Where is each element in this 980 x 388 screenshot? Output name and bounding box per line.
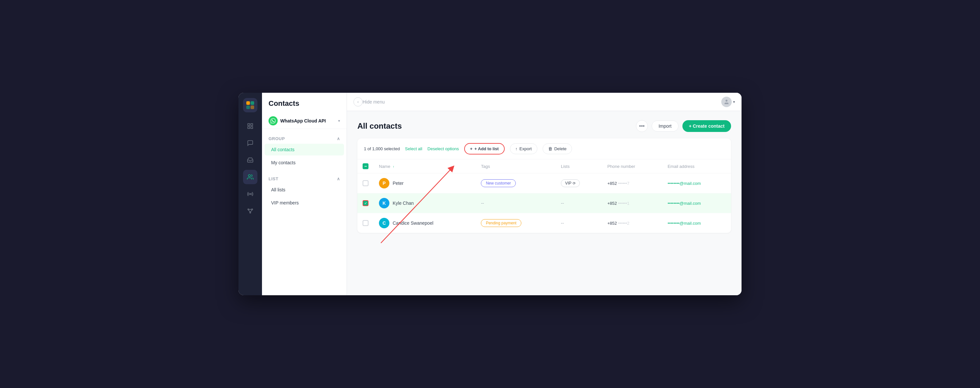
sync-icon: ⟳ bbox=[573, 181, 576, 186]
svg-rect-6 bbox=[248, 127, 250, 129]
table-row: C Candice Swanepoel Pending payment -- bbox=[357, 213, 731, 233]
col-name: Name ↑ bbox=[374, 159, 476, 173]
table-row: P Peter New customer VIP bbox=[357, 173, 731, 193]
svg-rect-2 bbox=[246, 105, 250, 109]
row-checkbox-kyle[interactable]: ✓ bbox=[363, 200, 369, 206]
sidebar-item-vip-members[interactable]: VIP members bbox=[265, 197, 344, 209]
contact-name-cell: C Candice Swanepoel bbox=[379, 218, 470, 228]
phone-suffix: ••••••2 bbox=[618, 221, 630, 226]
col-phone: Phone number bbox=[602, 159, 662, 173]
avatar: C bbox=[379, 218, 390, 228]
nav-broadcast-icon[interactable] bbox=[243, 187, 258, 201]
select-all-button[interactable]: Select all bbox=[405, 146, 422, 151]
svg-point-12 bbox=[250, 212, 251, 213]
export-button[interactable]: ↑ Export bbox=[510, 143, 538, 154]
plus-icon: + bbox=[470, 146, 473, 151]
upload-icon: ↑ bbox=[515, 146, 518, 151]
nav-contacts-icon[interactable] bbox=[243, 170, 258, 184]
col-tags: Tags bbox=[476, 159, 556, 173]
sidebar-title: Contacts bbox=[262, 99, 347, 113]
avatar: P bbox=[379, 178, 390, 188]
page-title: All contacts bbox=[357, 121, 402, 130]
main-area: ‹ Hide menu ▾ All contacts ••• bbox=[347, 93, 741, 295]
sidebar-item-all-contacts[interactable]: All contacts bbox=[265, 144, 344, 156]
topbar: ‹ Hide menu ▾ bbox=[347, 93, 741, 111]
email-address: ••••••••@mail.com bbox=[668, 221, 701, 226]
app-logo bbox=[243, 98, 258, 112]
email-address: ••••••••@mail.com bbox=[668, 181, 701, 186]
svg-point-11 bbox=[251, 209, 253, 210]
contact-name-cell: K Kyle Chan bbox=[379, 198, 470, 208]
svg-rect-5 bbox=[251, 124, 253, 126]
nav-dashboard-icon[interactable] bbox=[243, 119, 258, 133]
create-contact-button[interactable]: + Create contact bbox=[682, 120, 731, 132]
svg-line-14 bbox=[248, 210, 250, 212]
phone-suffix: ••••••7 bbox=[618, 181, 630, 186]
hide-menu-button[interactable]: ‹ bbox=[353, 97, 363, 107]
list-empty: -- bbox=[561, 200, 564, 206]
svg-rect-0 bbox=[246, 101, 250, 105]
svg-point-8 bbox=[248, 175, 251, 177]
hide-menu-label[interactable]: Hide menu bbox=[363, 99, 385, 105]
tag-badge[interactable]: New customer bbox=[481, 179, 516, 187]
nav-flows-icon[interactable] bbox=[243, 204, 258, 218]
icon-nav bbox=[239, 93, 262, 295]
table-wrapper: 1 of 1,000 selected Select all Deselect … bbox=[357, 138, 731, 233]
row-checkbox-peter[interactable] bbox=[363, 180, 369, 186]
more-options-button[interactable]: ••• bbox=[636, 120, 648, 132]
svg-rect-1 bbox=[251, 101, 254, 105]
whatsapp-label: WhatsApp Cloud API bbox=[280, 118, 336, 124]
sidebar: Contacts WhatsApp Cloud API ▾ Group ∧ Al… bbox=[262, 93, 347, 295]
contacts-table: − Name ↑ Tags Lists Phone number Email a… bbox=[357, 159, 731, 233]
table-row: ✓ K Kyle Chan -- bbox=[357, 193, 731, 213]
svg-rect-7 bbox=[251, 127, 253, 129]
list-empty: -- bbox=[561, 221, 564, 226]
deselect-options-button[interactable]: Deselect options bbox=[428, 146, 459, 151]
svg-rect-3 bbox=[251, 105, 254, 109]
contact-name[interactable]: Peter bbox=[393, 181, 403, 186]
col-lists: Lists bbox=[556, 159, 602, 173]
group-section-header: Group ∧ bbox=[262, 134, 347, 143]
whatsapp-chevron-icon: ▾ bbox=[338, 119, 340, 123]
col-email: Email address bbox=[662, 159, 731, 173]
tag-badge[interactable]: Pending payment bbox=[481, 219, 521, 227]
delete-button[interactable]: 🗑 Delete bbox=[542, 143, 572, 154]
contact-name[interactable]: Kyle Chan bbox=[393, 200, 414, 206]
add-to-list-button[interactable]: + + Add to list bbox=[464, 143, 505, 154]
svg-point-10 bbox=[248, 209, 249, 210]
list-section-header: List ∧ bbox=[262, 174, 347, 183]
contact-name-cell: P Peter bbox=[379, 178, 470, 188]
content-area: All contacts ••• Import + Create contact… bbox=[347, 111, 741, 295]
phone-number: +852 bbox=[607, 201, 617, 206]
svg-point-9 bbox=[250, 193, 251, 194]
email-address: ••••••••@mail.com bbox=[668, 201, 701, 206]
table-toolbar: 1 of 1,000 selected Select all Deselect … bbox=[357, 138, 731, 159]
phone-number: +852 bbox=[607, 181, 617, 186]
group-chevron-icon: ∧ bbox=[337, 136, 340, 141]
nav-messages-icon[interactable] bbox=[243, 136, 258, 150]
list-chevron-icon: ∧ bbox=[337, 177, 340, 181]
trash-icon: 🗑 bbox=[548, 146, 552, 151]
phone-number: +852 bbox=[607, 221, 617, 226]
select-all-checkbox[interactable]: − bbox=[363, 163, 369, 169]
selection-count: 1 of 1,000 selected bbox=[364, 146, 400, 151]
whatsapp-selector[interactable]: WhatsApp Cloud API ▾ bbox=[262, 113, 347, 129]
svg-point-16 bbox=[725, 100, 727, 102]
sort-icon: ↑ bbox=[393, 165, 394, 169]
row-checkbox-candice[interactable] bbox=[363, 220, 369, 226]
contact-name[interactable]: Candice Swanepoel bbox=[393, 221, 433, 226]
svg-rect-4 bbox=[248, 124, 250, 126]
whatsapp-icon bbox=[269, 116, 278, 126]
avatar: K bbox=[379, 198, 390, 208]
svg-line-15 bbox=[250, 210, 252, 212]
sidebar-item-all-lists[interactable]: All lists bbox=[265, 184, 344, 196]
user-menu-chevron-icon[interactable]: ▾ bbox=[733, 100, 735, 104]
import-button[interactable]: Import bbox=[652, 121, 678, 132]
nav-inbox-icon[interactable] bbox=[243, 153, 258, 167]
header-actions: ••• Import + Create contact bbox=[636, 120, 731, 132]
phone-suffix: ••••••1 bbox=[618, 201, 630, 206]
sidebar-item-my-contacts[interactable]: My contacts bbox=[265, 157, 344, 169]
contacts-table-container: 1 of 1,000 selected Select all Deselect … bbox=[357, 138, 731, 233]
list-badge: VIP ⟳ bbox=[561, 179, 580, 187]
user-avatar[interactable] bbox=[721, 97, 732, 107]
